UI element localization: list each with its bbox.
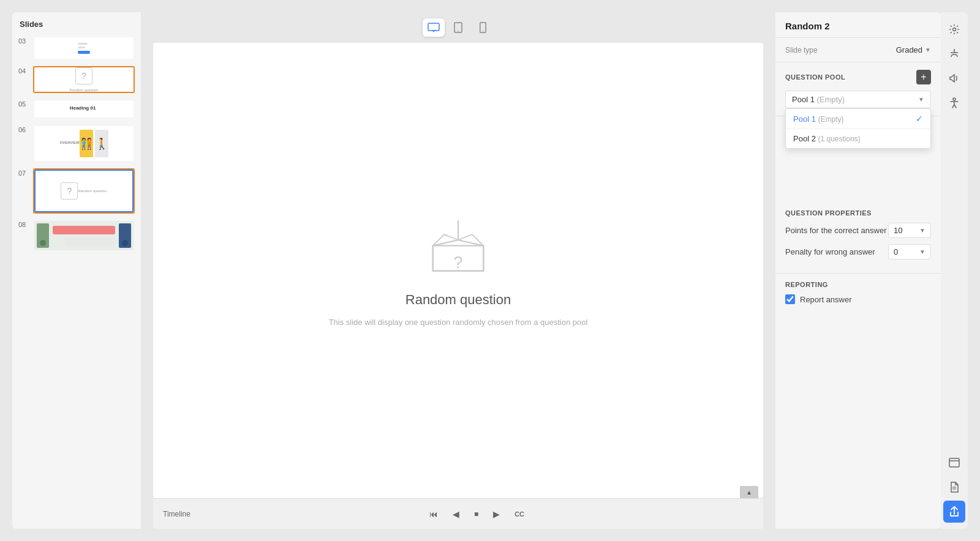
slide-thumb-03[interactable]: [33, 36, 135, 60]
reporting-label: REPORTING: [785, 281, 828, 288]
pool-option-2[interactable]: Pool 2 (1 questions): [786, 129, 930, 148]
slide-canvas: ? Random question This slide will displa…: [153, 43, 763, 498]
main-area: Slides 03 04: [12, 12, 968, 529]
timeline-step-back-btn[interactable]: ◀: [450, 507, 462, 521]
slide-item-04[interactable]: 04 ? Random question: [17, 65, 136, 94]
share-icon: [949, 506, 959, 517]
panel-header: Random 2: [775, 12, 941, 38]
slide-thumb-07[interactable]: ? Random question: [33, 168, 135, 214]
question-properties-section: QUESTION PROPERTIES Points for the corre…: [775, 202, 941, 274]
question-pool-section: QUESTION POOL + Pool 1 (Empty) ▼ Pool 1 …: [775, 62, 941, 116]
timeline-play-btn[interactable]: ▶: [491, 507, 502, 521]
slide-type-row: Slide type Graded ▼: [785, 45, 931, 54]
random-box-icon-04: ?: [75, 67, 92, 84]
slide-number-04: 04: [18, 66, 29, 75]
slide4-images: 🧑‍🤝‍🧑 🚶: [80, 130, 108, 157]
slide-item-08[interactable]: 08: [17, 218, 136, 253]
slide-item-05[interactable]: 05 Heading 01: [17, 98, 136, 120]
accessibility-icon-btn[interactable]: [943, 92, 965, 114]
report-answer-row: Report answer: [785, 294, 931, 304]
scroll-up-btn[interactable]: ▲: [740, 486, 758, 498]
slide-thumb-06[interactable]: OVERVIEW 🧑‍🤝‍🧑 🚶: [33, 125, 135, 162]
report-answer-label: Report answer: [800, 295, 852, 304]
slide-number-08: 08: [18, 220, 29, 228]
theme-icon-btn[interactable]: [943, 43, 965, 65]
selected-pool-text: Pool 1 (Empty): [792, 95, 845, 104]
slides-panel-title: Slides: [17, 20, 136, 29]
slide-number-07: 07: [18, 168, 29, 177]
pool-dropdown-menu: Pool 1 (Empty) ✓ Pool 2 (1 questions): [785, 108, 931, 149]
right-panel: Random 2 Slide type Graded ▼ QUES: [775, 12, 941, 529]
svg-point-4: [458, 31, 459, 32]
timeline-controls: ⏮ ◀ ■ ▶ CC: [427, 507, 527, 521]
center-area: ? Random question This slide will displa…: [141, 12, 775, 529]
settings-icon-btn[interactable]: [943, 18, 965, 40]
device-desktop-btn[interactable]: [423, 18, 445, 37]
device-tablet-btn[interactable]: [447, 18, 469, 37]
timeline-stop-btn[interactable]: ■: [472, 507, 481, 521]
question-pool-label: QUESTION POOL: [785, 73, 845, 81]
svg-text:?: ?: [453, 253, 462, 272]
points-dropdown[interactable]: 10 ▼: [888, 223, 931, 238]
points-chevron: ▼: [919, 227, 925, 234]
pool-chevron: ▼: [918, 96, 924, 103]
slide4-img2: 🚶: [95, 130, 108, 157]
penalty-dropdown[interactable]: 0 ▼: [888, 244, 931, 259]
pool-option-1[interactable]: Pool 1 (Empty) ✓: [786, 109, 930, 129]
random-question-box-icon: ?: [424, 215, 492, 282]
right-container: Random 2 Slide type Graded ▼ QUES: [775, 12, 968, 529]
random-question-desc: This slide will display one question ran…: [329, 318, 588, 327]
timeline-captions-btn[interactable]: CC: [512, 508, 527, 520]
slide-thumb-inner-07: ? Random question: [34, 170, 134, 212]
pool-dropdown: Pool 1 (Empty) ▼ Pool 1 (Empty) ✓ Pool 2…: [785, 91, 931, 108]
toolbar-bar: [141, 12, 775, 43]
device-mobile-btn[interactable]: [472, 18, 494, 37]
svg-point-12: [954, 49, 955, 50]
slide-thumb-inner-03: [34, 37, 134, 59]
slide-item-03[interactable]: 03: [17, 35, 136, 61]
question-properties-label: QUESTION PROPERTIES: [785, 209, 872, 217]
question-properties-title: QUESTION PROPERTIES: [785, 209, 931, 217]
slide-type-section: Slide type Graded ▼: [775, 38, 941, 62]
icon-sidebar: [941, 12, 968, 529]
pool-dropdown-btn[interactable]: Pool 1 (Empty) ▼: [785, 91, 931, 108]
share-icon-btn[interactable]: [943, 501, 965, 523]
points-label: Points for the correct answer: [785, 226, 888, 235]
svg-point-13: [953, 98, 956, 100]
file-icon-btn[interactable]: [943, 476, 965, 498]
pool-option-1-check: ✓: [916, 114, 923, 124]
random-question-content: ? Random question This slide will displa…: [329, 215, 588, 327]
slide-thumb-08[interactable]: [33, 220, 135, 252]
points-row: Points for the correct answer 10 ▼: [785, 223, 931, 238]
settings-icon: [949, 24, 960, 35]
app-container: Slides 03 04: [0, 0, 980, 541]
slide-type-dropdown[interactable]: Graded ▼: [896, 45, 931, 54]
slide-item-06[interactable]: 06 OVERVIEW 🧑‍🤝‍🧑 🚶: [17, 124, 136, 163]
question-pool-title: QUESTION POOL +: [785, 70, 931, 84]
penalty-row: Penalty for wrong answer 0 ▼: [785, 244, 931, 259]
slide-text-07: Random question: [78, 189, 107, 193]
slide-number-05: 05: [18, 99, 29, 108]
audio-icon: [949, 73, 959, 84]
pool-option-1-text: Pool 1 (Empty): [793, 114, 843, 124]
timeline-bar: Timeline ⏮ ◀ ■ ▶ CC: [153, 498, 763, 529]
slide3-cols: [96, 104, 98, 114]
reporting-title: REPORTING: [785, 281, 931, 288]
slide-thumb-inner-05: Heading 01: [34, 100, 134, 118]
slide-type-chevron: ▼: [925, 47, 931, 53]
report-answer-checkbox[interactable]: [785, 294, 795, 304]
svg-point-6: [482, 31, 483, 32]
slide-thumb-inner-08: [34, 221, 134, 250]
slide-item-07[interactable]: 07 ? Random question: [17, 167, 136, 215]
audio-icon-btn[interactable]: [943, 67, 965, 89]
slide-thumb-05[interactable]: Heading 01: [33, 99, 135, 119]
slide-number-03: 03: [18, 36, 29, 45]
add-pool-btn[interactable]: +: [916, 70, 931, 84]
slide-thumb-04[interactable]: ? Random question: [33, 66, 135, 93]
timeline-rewind-btn[interactable]: ⏮: [427, 507, 440, 521]
points-value: 10: [894, 226, 902, 235]
timeline-label: Timeline: [163, 510, 190, 518]
layout-icon-btn[interactable]: [943, 452, 965, 474]
slides-panel: Slides 03 04: [12, 12, 141, 529]
reporting-section: REPORTING Report answer: [775, 274, 941, 312]
